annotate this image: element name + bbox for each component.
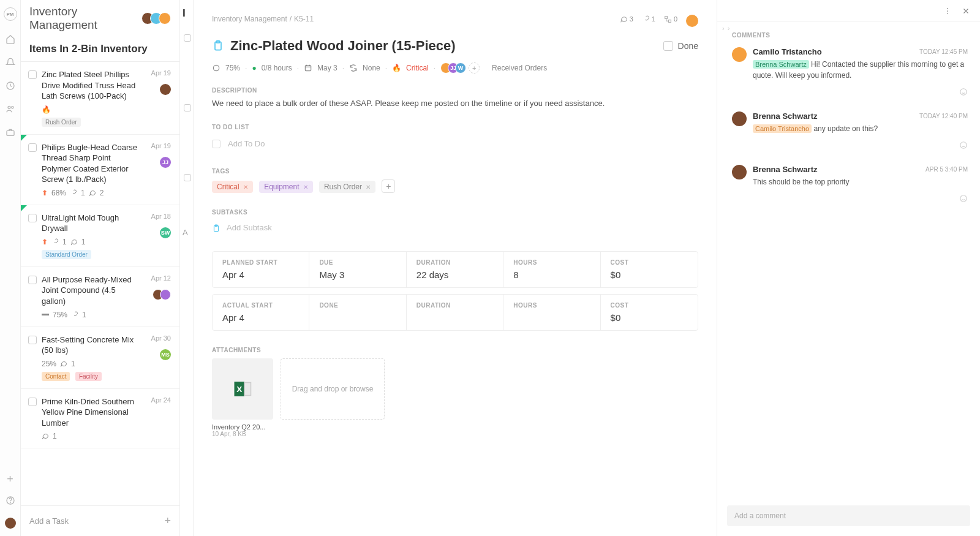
comment-avatar: [732, 111, 747, 126]
assignee-avatar[interactable]: W: [455, 62, 466, 74]
svg-point-2: [11, 106, 13, 108]
hours[interactable]: 8: [513, 270, 590, 280]
done-checkbox[interactable]: Done: [663, 41, 698, 51]
progress-pct[interactable]: 75%: [225, 64, 240, 72]
comment: Brenna SchwartzTODAY 12:40 PM Camilo Tri…: [732, 111, 968, 150]
crumb-key[interactable]: K5-11: [294, 15, 314, 23]
section-label: Tags: [212, 168, 698, 175]
svg-rect-16: [244, 382, 251, 395]
add-task-label: Add a Task: [29, 516, 69, 526]
link-icon: [51, 238, 59, 246]
remove-icon[interactable]: ✕: [243, 184, 248, 191]
description-text[interactable]: We need to place a bulk order of these A…: [212, 99, 698, 108]
clock-icon[interactable]: [6, 80, 15, 91]
remove-icon[interactable]: ✕: [366, 184, 371, 191]
add-comment-input[interactable]: Add a comment: [727, 505, 970, 526]
svg-point-18: [947, 10, 948, 12]
detail-panel: Inventory Management/K5-11 3 1 0 Zinc-Pl…: [194, 0, 717, 536]
mention[interactable]: Brenna Schwartz: [753, 60, 809, 69]
tag-pill[interactable]: Critical✕: [212, 181, 253, 193]
add-tag[interactable]: +: [382, 179, 395, 193]
actual-start[interactable]: Apr 4: [222, 312, 299, 323]
subtasks-count[interactable]: 0: [664, 15, 677, 23]
briefcase-icon[interactable]: [6, 126, 15, 137]
phase[interactable]: Received Orders: [492, 64, 547, 72]
task-name: Fast-Setting Concrete Mix (50 lbs): [42, 334, 138, 356]
task-name: Zinc Plated Steel Phillips Drive Modifie…: [42, 69, 138, 102]
attachment-name: Inventory Q2 20...: [212, 423, 273, 431]
add-icon[interactable]: +: [7, 473, 13, 486]
svg-rect-7: [668, 20, 671, 22]
excel-icon: X: [212, 358, 273, 420]
cost[interactable]: $0: [611, 270, 688, 280]
dropzone[interactable]: Drag and drop or browse: [281, 358, 385, 420]
svg-point-19: [947, 13, 948, 14]
priority[interactable]: Critical: [406, 64, 429, 72]
task-checkbox[interactable]: [28, 214, 37, 222]
mention[interactable]: Camilo Tristancho: [753, 124, 812, 133]
task-pct: 75%: [53, 311, 67, 319]
task-checkbox[interactable]: [28, 398, 37, 406]
task-title: Zinc-Plated Wood Joiner (15-Piece): [230, 38, 456, 54]
task-row[interactable]: UltraLight Mold Tough Drywall ⬆ 1 1 Stan…: [21, 205, 179, 267]
hours[interactable]: 0/8 hours: [262, 64, 292, 72]
task-date: Apr 19: [151, 142, 171, 149]
task-row[interactable]: Prime Kiln-Dried Southern Yellow Pine Di…: [21, 389, 179, 449]
crumb-project[interactable]: Inventory Management: [212, 15, 287, 23]
task-row[interactable]: All Purpose Ready-Mixed Joint Compound (…: [21, 267, 179, 327]
bell-icon[interactable]: [6, 56, 15, 67]
more-icon[interactable]: [943, 6, 952, 17]
task-row[interactable]: Philips Bugle-Head Coarse Thread Sharp P…: [21, 135, 179, 205]
link-icon: [71, 311, 78, 319]
repeat[interactable]: None: [363, 64, 380, 72]
task-pct: 25%: [42, 360, 56, 368]
link-count: 1: [82, 311, 86, 319]
planned-grid: Planned StartApr 4 DueMay 3 Duration22 d…: [212, 251, 698, 288]
task-checkbox[interactable]: [28, 143, 37, 152]
add-task-row[interactable]: Add a Task +: [21, 505, 179, 536]
collapse-icon[interactable]: › ›: [722, 25, 730, 32]
user-avatar[interactable]: [5, 518, 16, 529]
app-logo[interactable]: PM: [4, 7, 17, 21]
task-name: Philips Bugle-Head Coarse Thread Sharp P…: [42, 142, 138, 185]
comment-text: Camilo Tristancho any update on this?: [753, 123, 968, 134]
task-row[interactable]: Fast-Setting Concrete Mix (50 lbs) 25% 1…: [21, 327, 179, 389]
section-label: To Do List: [212, 124, 698, 130]
comment: Brenna SchwartzAPR 5 3:40 PM This should…: [732, 165, 968, 203]
tag-pill[interactable]: Rush Order✕: [319, 181, 375, 193]
comments-panel: › › Comments Camilo TristanchoTODAY 12:4…: [717, 0, 980, 536]
comment-author: Brenna Schwartz: [753, 165, 817, 174]
remove-icon[interactable]: ✕: [303, 184, 308, 191]
close-icon[interactable]: [962, 6, 970, 17]
actual-cost[interactable]: $0: [611, 312, 688, 323]
assignee-avatar[interactable]: [686, 15, 698, 27]
task-row[interactable]: Zinc Plated Steel Phillips Drive Modifie…: [21, 62, 179, 135]
minus-icon: [42, 314, 49, 315]
react-icon[interactable]: [959, 192, 968, 203]
planned-start[interactable]: Apr 4: [222, 270, 299, 280]
react-icon[interactable]: [959, 139, 968, 150]
comments-count[interactable]: 3: [620, 15, 633, 23]
react-icon[interactable]: [959, 86, 968, 97]
comments-header: Comments: [732, 32, 968, 39]
task-checkbox[interactable]: [28, 70, 37, 79]
tag-pill[interactable]: Equipment✕: [259, 181, 312, 193]
add-todo[interactable]: Add To Do: [212, 135, 698, 152]
project-avatars[interactable]: [145, 12, 171, 25]
due-date[interactable]: May 3: [317, 64, 337, 72]
links-count[interactable]: 1: [642, 15, 655, 23]
svg-rect-3: [7, 130, 14, 135]
help-icon[interactable]: [6, 494, 15, 505]
people-icon[interactable]: [6, 103, 15, 114]
sidebar: Inventory Management Items In 2-Bin Inve…: [21, 0, 180, 536]
task-checkbox[interactable]: [28, 276, 37, 284]
comment-avatar: [732, 47, 747, 62]
home-icon[interactable]: [6, 33, 15, 44]
due-date[interactable]: May 3: [319, 270, 396, 280]
task-checkbox[interactable]: [28, 336, 37, 344]
add-subtask[interactable]: Add Subtask: [212, 221, 698, 235]
attachment-card[interactable]: X Inventory Q2 20... 10 Apr, 8 KB: [212, 358, 273, 437]
add-assignee[interactable]: +: [469, 62, 480, 74]
svg-point-20: [960, 89, 967, 96]
clipboard-icon: [212, 223, 221, 233]
